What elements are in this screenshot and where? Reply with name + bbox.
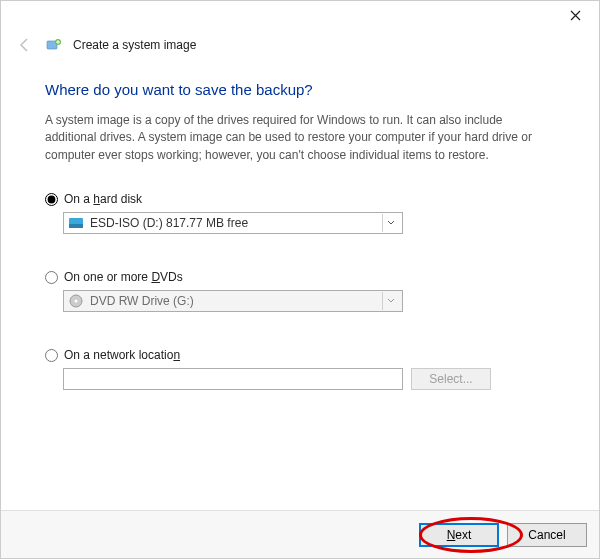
radio-dvds-label: On one or more DVDs xyxy=(64,270,183,284)
hard-disk-selected: ESD-ISO (D:) 817.77 MB free xyxy=(90,216,376,230)
wizard-icon xyxy=(45,36,63,54)
radio-hard-disk-input[interactable] xyxy=(45,193,58,206)
network-location-input[interactable] xyxy=(63,368,403,390)
radio-network-label: On a network location xyxy=(64,348,180,362)
page-description: A system image is a copy of the drives r… xyxy=(45,112,555,164)
dvd-selected: DVD RW Drive (G:) xyxy=(90,294,376,308)
titlebar xyxy=(1,1,599,29)
page-heading: Where do you want to save the backup? xyxy=(45,81,555,98)
dvd-dropdown[interactable]: DVD RW Drive (G:) xyxy=(63,290,403,312)
cancel-button[interactable]: Cancel xyxy=(507,523,587,547)
radio-dvds[interactable]: On one or more DVDs xyxy=(45,270,555,284)
select-button: Select... xyxy=(411,368,491,390)
svg-rect-3 xyxy=(69,224,83,228)
close-button[interactable] xyxy=(555,3,595,27)
chevron-down-icon xyxy=(382,292,398,310)
chevron-down-icon xyxy=(382,214,398,232)
footer: Next Cancel xyxy=(1,510,599,558)
header-row: Create a system image xyxy=(1,29,599,65)
svg-point-5 xyxy=(75,300,78,303)
disk-icon xyxy=(68,216,84,230)
content-area: Where do you want to save the backup? A … xyxy=(1,65,599,510)
radio-dvds-input[interactable] xyxy=(45,271,58,284)
option-dvds: On one or more DVDs DVD RW Drive (G:) xyxy=(45,270,555,312)
radio-hard-disk[interactable]: On a hard disk xyxy=(45,192,555,206)
radio-hard-disk-label: On a hard disk xyxy=(64,192,142,206)
close-icon xyxy=(570,10,581,21)
wizard-title: Create a system image xyxy=(73,38,196,52)
option-hard-disk: On a hard disk ESD-ISO (D:) 817.77 MB fr… xyxy=(45,192,555,234)
back-button[interactable] xyxy=(15,35,35,55)
next-button[interactable]: Next xyxy=(419,523,499,547)
back-arrow-icon xyxy=(17,37,33,53)
radio-network[interactable]: On a network location xyxy=(45,348,555,362)
radio-network-input[interactable] xyxy=(45,349,58,362)
dvd-icon xyxy=(68,294,84,308)
wizard-window: Create a system image Where do you want … xyxy=(0,0,600,559)
option-network: On a network location Select... xyxy=(45,348,555,390)
hard-disk-dropdown[interactable]: ESD-ISO (D:) 817.77 MB free xyxy=(63,212,403,234)
